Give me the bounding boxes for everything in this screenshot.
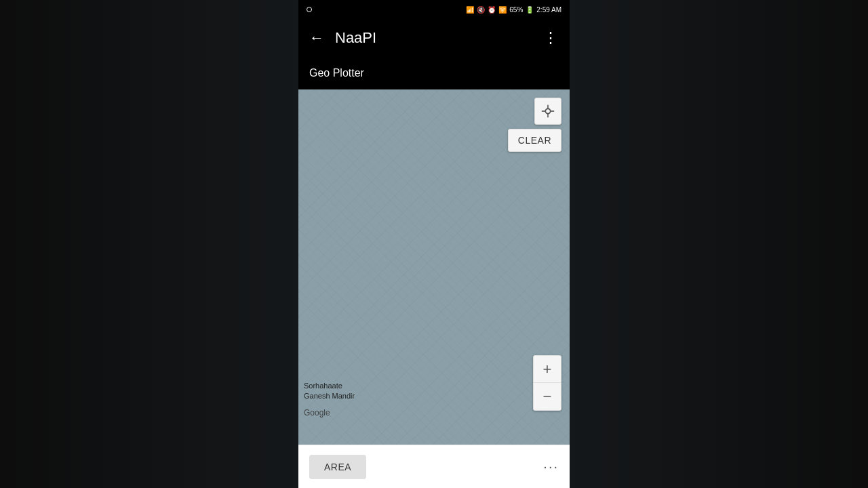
more-options-button[interactable]: ··· xyxy=(543,459,559,474)
battery-label: 65% xyxy=(509,6,523,14)
signal-icons: 📶 xyxy=(466,6,474,14)
back-button[interactable]: ← xyxy=(309,29,324,47)
left-panel xyxy=(0,0,298,488)
alarm-icon: ⏰ xyxy=(488,6,496,14)
overflow-menu-button[interactable]: ⋮ xyxy=(543,29,559,47)
battery-icon: 🔋 xyxy=(526,6,534,14)
right-panel xyxy=(570,0,868,488)
zoom-in-button[interactable]: + xyxy=(534,356,561,383)
crosshair-icon xyxy=(540,104,555,119)
time: 2:59 AM xyxy=(536,6,561,14)
geo-plotter-title: Geo Plotter xyxy=(309,67,364,79)
phone-container: 📶 🔇 ⏰ 🛜 65% 🔋 2:59 AM ← NaaPI ⋮ Geo Plot… xyxy=(298,0,570,488)
area-button[interactable]: AREA xyxy=(309,455,366,479)
dot-indicator xyxy=(307,7,312,12)
zoom-out-button[interactable]: − xyxy=(534,383,561,410)
location-label: SorhahaateGanesh Mandir xyxy=(304,381,355,401)
app-bar: ← NaaPI ⋮ xyxy=(298,19,570,57)
svg-point-0 xyxy=(545,108,550,113)
app-title: NaaPI xyxy=(335,29,532,47)
sub-header: Geo Plotter xyxy=(298,57,570,89)
clear-button[interactable]: CLEAR xyxy=(508,129,561,152)
status-bar: 📶 🔇 ⏰ 🛜 65% 🔋 2:59 AM xyxy=(298,0,570,19)
zoom-controls: + − xyxy=(533,355,561,411)
status-left xyxy=(307,7,312,12)
google-watermark: Google xyxy=(304,408,330,418)
bottom-bar: AREA ··· xyxy=(298,445,570,488)
status-right: 📶 🔇 ⏰ 🛜 65% 🔋 2:59 AM xyxy=(466,6,561,14)
wifi-icon: 🛜 xyxy=(498,6,507,14)
map-view[interactable]: SorhahaateGanesh Mandir Google CLEAR + − xyxy=(298,89,570,445)
my-location-button[interactable] xyxy=(534,98,561,125)
mute-icon: 🔇 xyxy=(477,6,485,14)
